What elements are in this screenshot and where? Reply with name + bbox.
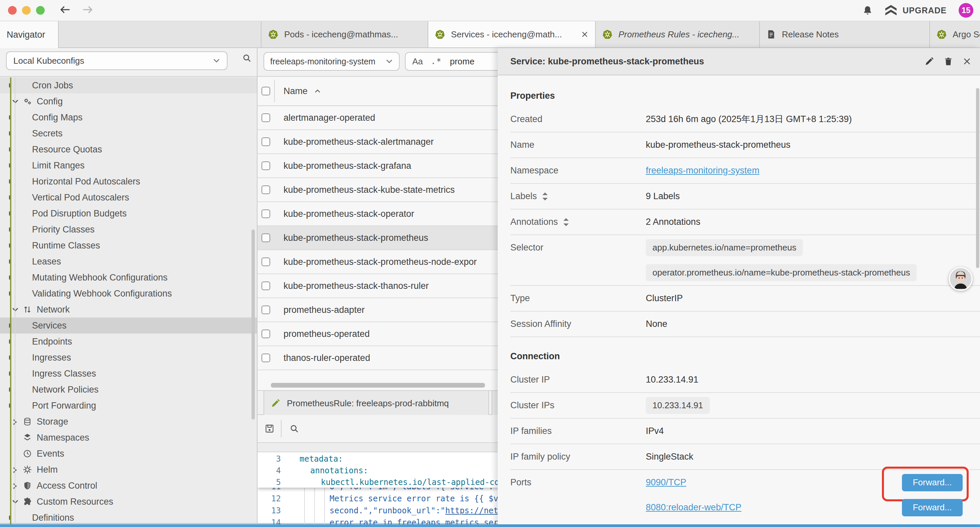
row-checkbox[interactable] <box>261 306 270 314</box>
kubeconfig-selector[interactable]: Local Kubeconfigs <box>6 51 228 70</box>
match-case-icon[interactable]: Aa <box>412 56 423 67</box>
row-checkbox[interactable] <box>261 258 270 266</box>
sidebar-item-label: Events <box>37 449 64 459</box>
sidebar-item[interactable]: Network Policies <box>0 382 257 398</box>
sidebar-item[interactable]: Vertical Pod Autoscalers <box>0 189 257 205</box>
row-checkbox[interactable] <box>261 353 270 362</box>
port-link[interactable]: 8080:reloader-web/TCP <box>646 495 741 520</box>
tab-navigator[interactable]: Navigator <box>0 21 59 48</box>
port-link[interactable]: 9090/TCP <box>646 470 686 495</box>
indent-guide <box>314 488 315 524</box>
sidebar-item[interactable]: Ingress Classes <box>0 366 257 382</box>
forward-arrow-icon[interactable] <box>82 5 94 16</box>
tree-chevron-icon[interactable] <box>10 420 19 424</box>
sidebar-item[interactable]: Mutating Webhook Configurations <box>0 269 257 285</box>
cluster-tab[interactable]: Pods - icecheng@mathmas... <box>261 21 428 47</box>
expand-toggle-icon[interactable] <box>563 218 569 226</box>
edit-icon[interactable] <box>924 57 934 66</box>
sidebar-item[interactable]: Definitions <box>0 509 257 524</box>
sidebar-item[interactable]: Cron Jobs <box>0 77 257 93</box>
upgrade-button[interactable]: UPGRADE <box>885 5 947 16</box>
row-checkbox[interactable] <box>261 209 270 218</box>
sidebar-item[interactable]: Endpoints <box>0 334 257 350</box>
sidebar-item[interactable]: Pod Disruption Budgets <box>0 205 257 221</box>
namespace-filter-dropdown[interactable]: freeleaps-monitoring-system <box>264 52 399 71</box>
delete-icon[interactable] <box>944 57 953 66</box>
code-text: error rate in freeleaps metrics ser <box>329 518 498 524</box>
forward-button[interactable]: Forward... <box>902 474 963 491</box>
back-arrow-icon[interactable] <box>59 5 72 16</box>
cluster-tab[interactable]: Prometheus Rules - icecheng... <box>596 21 760 47</box>
row-checkbox[interactable] <box>261 185 270 194</box>
sidebar-item[interactable]: Leases <box>0 253 257 269</box>
sidebar-item[interactable]: Access Control <box>0 478 257 494</box>
navigator-search-icon[interactable] <box>242 53 251 63</box>
forward-button[interactable]: Forward... <box>902 499 963 516</box>
edit-pencil-icon <box>271 399 280 408</box>
sidebar-item[interactable]: Custom Resources <box>0 494 257 509</box>
row-checkbox[interactable] <box>261 282 270 290</box>
row-checkbox[interactable] <box>261 161 270 170</box>
notification-count-badge[interactable]: 15 <box>959 3 973 18</box>
cluster-tab[interactable]: Release Notes <box>760 21 930 47</box>
sidebar-item[interactable]: Namespaces <box>0 430 257 446</box>
sidebar-item[interactable]: Helm <box>0 462 257 478</box>
close-window-button[interactable] <box>8 6 17 15</box>
tree-chevron-icon[interactable] <box>10 484 19 488</box>
tab-label: Services - icecheng@math... <box>451 29 574 40</box>
close-panel-icon[interactable] <box>963 57 971 66</box>
cluster-tab[interactable]: Argo Se <box>930 21 980 47</box>
service-name: alertmanager-operated <box>283 113 375 123</box>
tree-chevron-icon[interactable] <box>10 468 19 471</box>
tree-chevron-icon[interactable] <box>10 99 19 103</box>
close-tab-icon[interactable] <box>581 31 589 38</box>
row-checkbox[interactable] <box>261 113 270 122</box>
row-checkbox[interactable] <box>261 330 270 338</box>
sidebar-item[interactable]: Validating Webhook Configurations <box>0 285 257 301</box>
sidebar-item[interactable]: Limit Ranges <box>0 158 257 174</box>
user-avatar[interactable] <box>949 267 973 291</box>
sidebar-item[interactable]: Ingresses <box>0 350 257 366</box>
sidebar-scrollbar[interactable] <box>251 229 255 420</box>
sidebar-item[interactable]: Events <box>0 446 257 462</box>
sidebar-item[interactable]: Secrets <box>0 126 257 142</box>
value-link[interactable]: freeleaps-monitoring-system <box>646 166 759 175</box>
property-label: IP families <box>510 419 646 444</box>
tree-chevron-icon[interactable] <box>10 500 19 504</box>
sidebar-item[interactable]: Config Maps <box>0 110 257 126</box>
property-row: IP families IPv4 <box>510 419 980 444</box>
row-checkbox[interactable] <box>261 137 270 146</box>
editor-tab[interactable]: PrometheusRule: freeleaps-prod-rabbitmq <box>264 391 489 416</box>
sidebar-item-label: Endpoints <box>32 336 72 347</box>
expand-toggle-icon[interactable] <box>542 193 548 201</box>
code-link[interactable]: https://net <box>445 506 498 515</box>
notifications-bell-icon[interactable] <box>862 5 873 15</box>
sidebar-item[interactable]: Network <box>0 301 257 318</box>
cluster-tab[interactable]: Services - icecheng@math... <box>428 21 596 47</box>
property-label: Labels <box>510 184 646 209</box>
app-window: UPGRADE 15 Navigator Pods - icecheng@mat… <box>0 0 980 527</box>
name-column-header[interactable]: Name <box>283 86 321 96</box>
row-checkbox[interactable] <box>261 234 270 242</box>
tree-chevron-icon[interactable] <box>10 307 19 312</box>
chevron-down-icon <box>386 59 393 64</box>
property-row: Type ClusterIP <box>510 286 980 312</box>
indent-guide <box>324 488 325 524</box>
save-icon[interactable] <box>265 424 274 433</box>
regex-icon[interactable]: .* <box>431 57 442 66</box>
sidebar-item[interactable]: Horizontal Pod Autoscalers <box>0 174 257 189</box>
property-value: IPv4 <box>646 419 970 444</box>
sidebar-item[interactable]: Runtime Classes <box>0 237 257 253</box>
select-all-checkbox[interactable] <box>261 87 270 96</box>
zoom-window-button[interactable] <box>36 6 45 15</box>
sidebar-item[interactable]: Priority Classes <box>0 221 257 237</box>
editor-search-icon[interactable] <box>290 424 299 433</box>
sidebar-item[interactable]: Storage <box>0 414 257 430</box>
horizontal-scrollbar[interactable] <box>271 383 485 388</box>
sidebar-item[interactable]: Port Forwarding <box>0 398 257 414</box>
sidebar-item[interactable]: Config <box>0 93 257 110</box>
detail-scrollbar[interactable] <box>976 88 979 268</box>
minimize-window-button[interactable] <box>22 6 31 15</box>
sidebar-item[interactable]: Services <box>0 318 257 334</box>
sidebar-item[interactable]: Resource Quotas <box>0 142 257 158</box>
